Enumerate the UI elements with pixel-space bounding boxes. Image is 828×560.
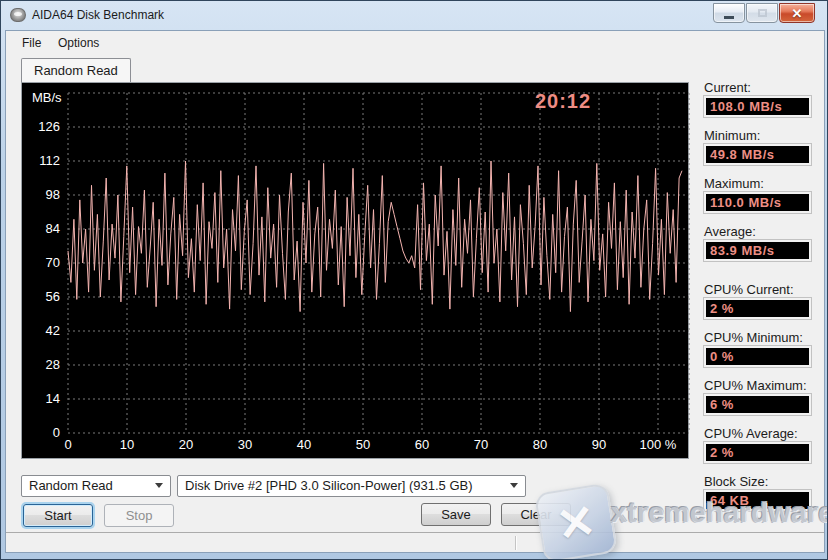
- stat-label-current: Current:: [704, 80, 751, 95]
- x-axis-tick-label: 70: [474, 437, 488, 452]
- stat-label-cpu-maximum: CPU% Maximum:: [704, 378, 807, 393]
- benchmark-type-value: Random Read: [29, 478, 113, 493]
- x-axis-tick-label: 100 %: [640, 437, 677, 452]
- stop-button: Stop: [104, 504, 174, 527]
- x-axis-tick-label: 40: [297, 437, 311, 452]
- x-axis-tick-label: 0: [64, 437, 71, 452]
- menu-options[interactable]: Options: [51, 34, 106, 53]
- stat-label-cpu-minimum: CPU% Minimum:: [704, 330, 803, 345]
- stat-value-cpu-current: 2 %: [704, 298, 811, 319]
- app-window: AIDA64 Disk Benchmark ✕ File Options Ran…: [0, 0, 828, 560]
- stat-value-cpu-average: 2 %: [704, 442, 811, 463]
- drive-select-value: Disk Drive #2 [PHD 3.0 Silicon-Power] (9…: [185, 478, 473, 493]
- elapsed-time-label: 20:12: [502, 90, 624, 113]
- app-icon: [10, 8, 26, 22]
- tab-random-read[interactable]: Random Read: [21, 58, 131, 82]
- y-axis-tick-label: 126: [22, 119, 60, 134]
- x-axis-tick-label: 80: [533, 437, 547, 452]
- benchmark-chart-panel: MB/s 20:12 12611298847056422814001020304…: [21, 82, 689, 459]
- y-axis-unit-label: MB/s: [32, 90, 62, 105]
- stat-label-average: Average:: [704, 224, 756, 239]
- benchmark-chart: [22, 83, 690, 460]
- save-button[interactable]: Save: [421, 503, 491, 526]
- benchmark-type-select[interactable]: Random Read: [21, 475, 171, 497]
- y-axis-tick-label: 112: [22, 153, 60, 168]
- minimize-button[interactable]: [713, 3, 745, 23]
- y-axis-tick-label: 56: [22, 289, 60, 304]
- transfer-rate-line: [68, 161, 682, 312]
- window-title: AIDA64 Disk Benchmark: [32, 8, 164, 22]
- chevron-down-icon: [510, 483, 518, 488]
- close-icon: ✕: [792, 7, 803, 20]
- minimize-icon: [724, 16, 734, 19]
- stat-value-cpu-minimum: 0 %: [704, 346, 811, 367]
- stat-label-maximum: Maximum:: [704, 176, 764, 191]
- menu-file[interactable]: File: [15, 34, 48, 53]
- y-axis-tick-label: 98: [22, 187, 60, 202]
- x-axis-tick-label: 50: [356, 437, 370, 452]
- y-axis-tick-label: 84: [22, 221, 60, 236]
- maximize-icon: [758, 9, 767, 17]
- stat-label-cpu-current: CPU% Current:: [704, 282, 794, 297]
- stat-value-minimum: 49.8 MB/s: [704, 144, 811, 165]
- stat-label-block-size: Block Size:: [704, 474, 768, 489]
- x-axis-tick-label: 20: [179, 437, 193, 452]
- watermark-text: xtremehardware.com: [611, 497, 828, 529]
- x-axis-tick-label: 90: [592, 437, 606, 452]
- status-bar: [6, 532, 824, 552]
- x-axis-tick-label: 10: [120, 437, 134, 452]
- chevron-down-icon: [155, 483, 163, 488]
- stat-label-cpu-average: CPU% Average:: [704, 426, 798, 441]
- stat-value-cpu-maximum: 6 %: [704, 394, 811, 415]
- x-axis-tick-label: 60: [415, 437, 429, 452]
- maximize-button: [746, 3, 778, 23]
- title-bar[interactable]: AIDA64 Disk Benchmark ✕: [1, 1, 827, 30]
- stat-value-maximum: 110.0 MB/s: [704, 192, 811, 213]
- stat-value-average: 83.9 MB/s: [704, 240, 811, 261]
- y-axis-tick-label: 28: [22, 357, 60, 372]
- x-logo-glyph: ✕: [553, 497, 598, 548]
- y-axis-tick-label: 0: [22, 425, 60, 440]
- drive-select[interactable]: Disk Drive #2 [PHD 3.0 Silicon-Power] (9…: [177, 475, 526, 497]
- y-axis-tick-label: 42: [22, 323, 60, 338]
- stat-label-minimum: Minimum:: [704, 128, 760, 143]
- y-axis-tick-label: 14: [22, 391, 60, 406]
- close-button[interactable]: ✕: [779, 3, 815, 23]
- stat-value-current: 108.0 MB/s: [704, 96, 811, 117]
- xtremehardware-logo-icon: ✕: [534, 483, 618, 560]
- x-axis-tick-label: 30: [238, 437, 252, 452]
- y-axis-tick-label: 70: [22, 255, 60, 270]
- status-bar-divider: [515, 536, 516, 550]
- start-button[interactable]: Start: [23, 504, 93, 527]
